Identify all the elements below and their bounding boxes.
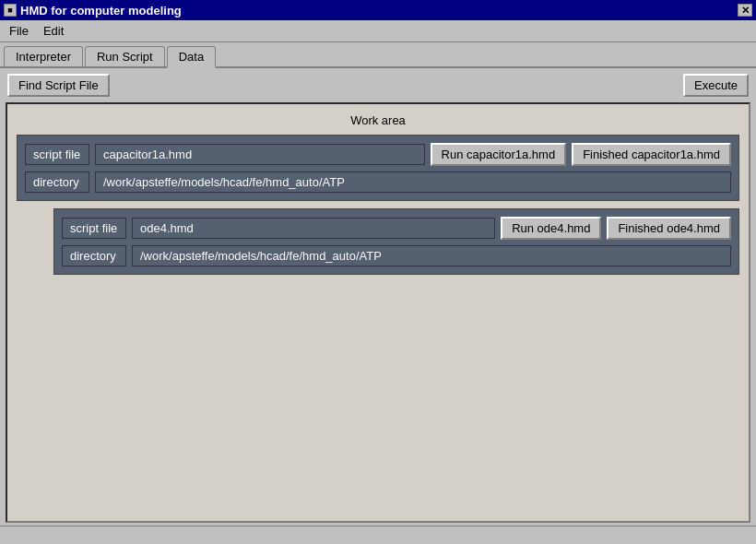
script-file-value-inner: ode4.hmd bbox=[132, 218, 495, 239]
work-area-label: Work area bbox=[17, 113, 739, 127]
finished-button-inner[interactable]: Finished ode4.hmd bbox=[607, 217, 731, 240]
menu-file[interactable]: File bbox=[2, 22, 36, 40]
directory-value-outer: /work/apsteffe/models/hcad/fe/hmd_auto/A… bbox=[95, 171, 731, 193]
menu-bar: File Edit bbox=[0, 20, 756, 42]
script-block-inner: script file ode4.hmd Run ode4.hmd Finish… bbox=[53, 208, 739, 275]
script-file-label-outer: script file bbox=[25, 144, 89, 165]
script-file-row-outer: script file capacitor1a.hmd Run capacito… bbox=[25, 143, 731, 166]
status-bar bbox=[0, 526, 756, 544]
main-content: Work area script file capacitor1a.hmd Ru… bbox=[6, 102, 750, 523]
script-file-row-inner: script file ode4.hmd Run ode4.hmd Finish… bbox=[62, 217, 731, 240]
directory-row-outer: directory /work/apsteffe/models/hcad/fe/… bbox=[25, 171, 731, 193]
tab-interpreter[interactable]: Interpreter bbox=[4, 46, 83, 66]
finished-button-outer[interactable]: Finished capacitor1a.hmd bbox=[572, 143, 731, 166]
script-file-label-inner: script file bbox=[62, 218, 126, 239]
window-title: HMD for computer modeling bbox=[20, 4, 182, 18]
script-file-value-outer: capacitor1a.hmd bbox=[95, 144, 425, 165]
window-icon[interactable]: ■ bbox=[4, 4, 17, 17]
directory-label-outer: directory bbox=[25, 171, 89, 193]
script-block-outer: script file capacitor1a.hmd Run capacito… bbox=[17, 135, 739, 201]
tab-bar: Interpreter Run Script Data bbox=[0, 42, 756, 68]
directory-value-inner: /work/apsteffe/models/hcad/fe/hmd_auto/A… bbox=[132, 245, 731, 266]
tab-run-script[interactable]: Run Script bbox=[85, 46, 165, 66]
menu-edit[interactable]: Edit bbox=[36, 22, 71, 40]
run-button-inner[interactable]: Run ode4.hmd bbox=[501, 217, 601, 240]
directory-row-inner: directory /work/apsteffe/models/hcad/fe/… bbox=[62, 245, 731, 266]
tab-data[interactable]: Data bbox=[167, 46, 216, 68]
toolbar: Find Script File Execute bbox=[0, 68, 756, 102]
run-button-outer[interactable]: Run capacitor1a.hmd bbox=[431, 143, 567, 166]
close-button[interactable]: ✕ bbox=[738, 4, 752, 17]
directory-label-inner: directory bbox=[62, 245, 126, 266]
find-script-button[interactable]: Find Script File bbox=[7, 74, 110, 97]
title-bar: ■ HMD for computer modeling ✕ bbox=[0, 0, 756, 20]
execute-button[interactable]: Execute bbox=[683, 74, 749, 97]
